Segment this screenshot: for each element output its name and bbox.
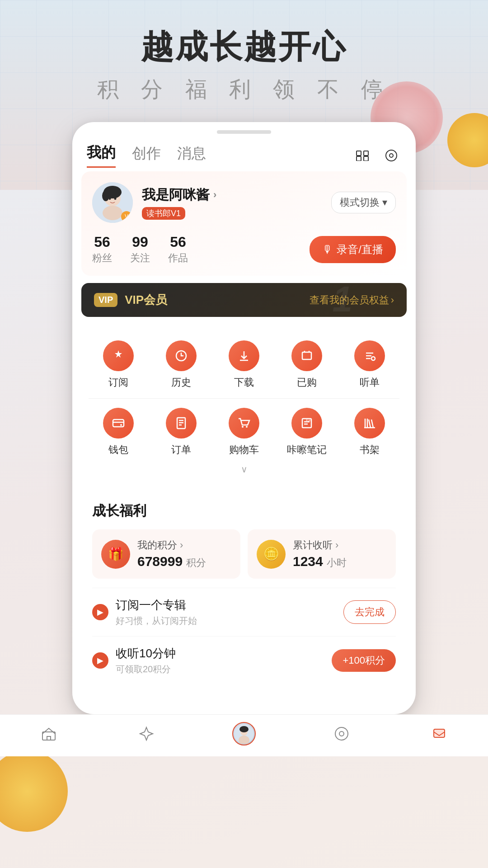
menu-grid-row2: 钱包 订单 购物车 [89,404,399,460]
menu-purchased[interactable]: 已购 [277,337,337,393]
fans-count: 56 [92,234,112,250]
menu-cart-icon [229,408,259,439]
tab-icons [352,146,401,165]
profile-name-arrow: › [213,189,216,201]
task-subscribe: ▶ 订阅一个专辑 好习惯，从订阅开始 去完成 [92,588,396,636]
menu-playlist[interactable]: 听单 [340,337,399,393]
task-listen-button[interactable]: +100积分 [332,649,396,672]
menu-subscribe-label: 订阅 [108,376,128,389]
listening-title: 累计收听 › [293,538,347,552]
fans-label: 粉丝 [92,251,112,265]
svg-rect-0 [357,151,361,156]
svg-point-17 [120,424,122,426]
nav-avatar [232,722,256,745]
menu-history-icon [166,340,197,371]
bottom-nav [0,714,488,756]
task-listen-info: 收听10分钟 可领取20积分 [116,646,332,675]
svg-point-4 [386,150,397,161]
task-listen-subtitle: 可领取20积分 [116,663,332,675]
record-live-button[interactable]: 🎙 录音/直播 [310,236,396,263]
menu-orders[interactable]: 订单 [151,404,211,460]
tab-bar: 我的 创作 消息 [72,134,416,171]
menu-subscribe[interactable]: 订阅 [89,337,148,393]
task-subscribe-title: 订阅一个专辑 [116,597,343,613]
following-label: 关注 [130,251,150,265]
menu-cart[interactable]: 购物车 [214,404,273,460]
task-listen: ▶ 收听10分钟 可领取20积分 +100积分 [92,636,396,684]
nav-home-icon [37,722,61,745]
profile-name[interactable]: 我是阿咪酱 › [142,186,322,204]
menu-orders-label: 订单 [171,443,191,457]
svg-rect-24 [47,736,51,740]
menu-download[interactable]: 下载 [214,337,273,393]
nav-explore-icon [330,722,353,745]
hero-title: 越成长越开心 [0,27,488,66]
svg-point-5 [389,154,393,157]
nav-explore[interactable] [330,722,353,745]
phone-mockup: 我的 创作 消息 [72,122,416,714]
following-stat[interactable]: 99 关注 [130,234,150,265]
growth-cards: 🎁 我的积分 › 678999 积分 🪙 累计收听 [92,529,396,579]
points-card[interactable]: 🎁 我的积分 › 678999 积分 [92,529,240,579]
svg-point-20 [246,426,248,428]
points-title: 我的积分 › [137,538,206,552]
fans-stat[interactable]: 56 粉丝 [92,234,112,265]
nav-discover[interactable] [135,722,158,745]
works-stat[interactable]: 56 作品 [168,234,188,265]
nav-home[interactable] [37,722,61,745]
menu-download-icon [229,340,259,371]
expand-icon[interactable] [352,146,372,165]
menu-history[interactable]: 历史 [151,337,211,393]
svg-point-29 [239,726,249,732]
hero-section: 越成长越开心 积 分 福 利 领 不 停 [0,0,488,104]
task-subscribe-info: 订阅一个专辑 好习惯，从订阅开始 [116,597,343,627]
menu-download-label: 下载 [234,376,254,389]
nav-notifications[interactable] [427,722,451,745]
svg-point-30 [335,727,348,740]
menu-subscribe-icon [103,340,134,371]
avatar-vip-badge: V [121,211,132,222]
task-subscribe-button[interactable]: 去完成 [343,600,396,624]
menu-bookshelf[interactable]: 书架 [340,404,399,460]
menu-notes[interactable]: Ka! 咔嚓笔记 [277,404,337,460]
tab-my[interactable]: 我的 [87,143,116,168]
menu-grid-row1: 订阅 历史 下载 [89,337,399,393]
menu-cart-label: 购物车 [229,443,259,457]
user-avatar[interactable]: V [92,182,133,223]
svg-point-15 [371,357,375,360]
menu-expand-button[interactable]: ∨ [89,460,399,478]
menu-orders-icon [166,408,197,439]
nav-profile[interactable] [232,722,256,745]
menu-notes-icon: Ka! [291,408,322,439]
phone-notch [217,130,271,134]
nav-discover-icon [135,722,158,745]
menu-bookshelf-icon [354,408,385,439]
task-listen-icon: ▶ [92,652,108,669]
vip-text: VIP会员 [125,292,167,308]
following-count: 99 [130,234,150,250]
nav-notifications-icon [427,722,451,745]
profile-section: V 我是阿咪酱 › 读书郎V1 模式切换 ▾ 56 粉丝 99 关注 [81,171,407,276]
points-value: 678999 积分 [137,554,206,570]
svg-point-8 [103,206,122,220]
task-subscribe-subtitle: 好习惯，从订阅开始 [116,615,343,627]
menu-wallet[interactable]: 钱包 [89,404,148,460]
vip-banner[interactable]: VIP VIP会员 1 查看我的会员权益 › [81,283,407,317]
listening-icon: 🪙 [257,540,286,569]
tab-messages[interactable]: 消息 [177,144,206,167]
tab-create[interactable]: 创作 [132,144,161,167]
menu-playlist-label: 听单 [360,376,380,389]
svg-point-12 [114,197,117,200]
listening-value: 1234 小时 [293,554,347,570]
menu-wallet-label: 钱包 [108,443,128,457]
listening-card[interactable]: 🪙 累计收听 › 1234 小时 [248,529,396,579]
profile-info: 我是阿咪酱 › 读书郎V1 [142,186,322,220]
menu-purchased-label: 已购 [297,376,317,389]
growth-section: 成长福利 🎁 我的积分 › 678999 积分 🪙 [81,489,407,697]
svg-point-11 [109,197,111,200]
settings-icon[interactable] [381,146,401,165]
mode-switch-button[interactable]: 模式切换 ▾ [331,192,396,213]
growth-title: 成长福利 [92,502,396,520]
menu-bookshelf-label: 书架 [360,443,380,457]
menu-notes-label: 咔嚓笔记 [287,443,327,457]
